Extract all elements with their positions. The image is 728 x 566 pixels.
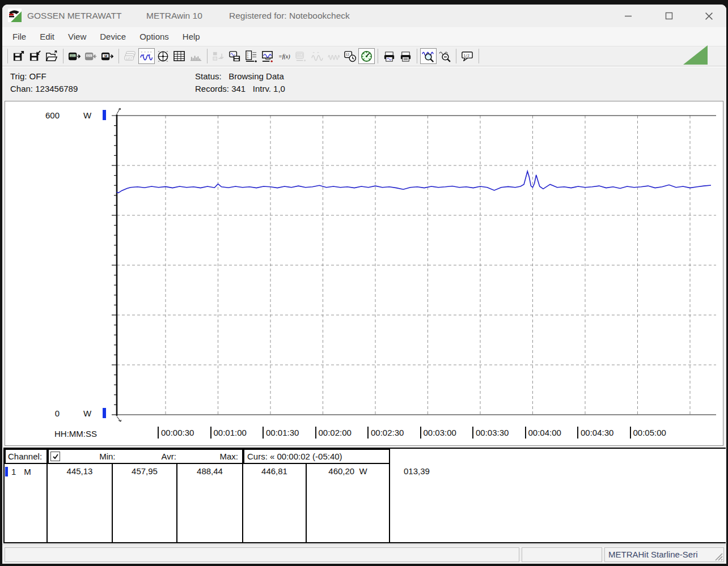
minimize-button[interactable] (618, 7, 638, 24)
toolbar-device-config-button: 321 (293, 48, 309, 64)
toolbar-view-meter-button[interactable] (155, 48, 171, 64)
channel1-visibility-checkbox[interactable] (50, 452, 60, 461)
toolbar: 321321M12571:2:3:=f(x)321121/2 (2, 46, 726, 66)
statusbar-panel-main (5, 547, 519, 562)
channel-number: 1 (11, 467, 16, 476)
svg-text:=f(x): =f(x) (278, 53, 290, 60)
min-value-cell: 445,13 (48, 464, 113, 543)
toolbar-multi-display-button: 1257 (122, 48, 138, 64)
view-table-icon (173, 50, 186, 63)
channel1-range-marker-top[interactable] (103, 110, 106, 120)
toolbar-time-interval-button[interactable]: 12 (342, 48, 358, 64)
close-icon (705, 12, 713, 20)
x-tick-00:00:30: 00:00:30 (158, 427, 194, 439)
trigger-status: Trig: OFF (10, 71, 46, 81)
svg-text:321: 321 (87, 54, 92, 57)
x-tick-mark (315, 427, 316, 439)
y-axis-min-unit: W (83, 408, 91, 418)
wave-single-icon (311, 50, 324, 63)
title-bar[interactable]: GOSSEN METRAWATT METRAwin 10 Registered … (2, 5, 726, 27)
svg-text:M: M (104, 53, 107, 57)
app-logo-icon (8, 8, 22, 22)
toolbar-print-button[interactable] (397, 48, 414, 64)
chart-panel[interactable]: 600 W 0 W HH:MM:SS 00:00:3000:01:0000:01… (5, 101, 723, 446)
title-brand: GOSSEN METRAWATT (27, 5, 121, 27)
toolbar-separator (118, 49, 119, 63)
toolbar-channel-setup-button[interactable]: 1:2:3: (243, 48, 260, 64)
toolbar-view-table-button[interactable] (171, 48, 188, 64)
toolbar-save-export-button[interactable] (11, 48, 27, 64)
annotations-icon: 1/2 (461, 50, 474, 63)
toolbar-view-histogram-button (188, 48, 204, 64)
svg-text:321: 321 (70, 54, 75, 57)
max-value-cell: 488,44 (177, 464, 243, 543)
close-button[interactable] (699, 7, 719, 24)
menu-bar: FileEditViewDeviceOptionsHelp (2, 27, 726, 46)
cursor1-value-cell: 446,81 (243, 464, 307, 543)
records-interval-status: Records: 341 Intrv. 1,0 (195, 84, 285, 93)
menu-item-file[interactable]: File (6, 27, 33, 46)
toolbar-separator (456, 49, 456, 63)
maximize-button[interactable] (659, 7, 679, 24)
view-histogram-icon (189, 50, 202, 63)
toolbar-formula-fx-button[interactable]: =f(x) (276, 48, 293, 64)
connected-device-name: METRAHit Starline-Seri (605, 548, 723, 561)
x-tick-mark (367, 427, 369, 439)
avr-header: Avr: (120, 450, 180, 463)
toolbar-view-curve-button[interactable] (138, 48, 155, 64)
title-app-name: METRAwin 10 (146, 5, 202, 27)
channel-list-status: Chan: 123456789 (10, 84, 78, 93)
x-tick-mark (630, 427, 631, 439)
x-tick-00:02:00: 00:02:00 (315, 427, 352, 439)
green-corner-triangle (683, 45, 708, 65)
x-tick-00:05:00: 00:05:00 (630, 427, 666, 439)
statusbar-device-panel: METRAHit Starline-Seri (604, 547, 724, 562)
min-header: Min: (60, 450, 120, 463)
maximize-icon (665, 12, 673, 20)
x-tick-mark (577, 427, 578, 439)
resize-grip-icon[interactable] (714, 552, 723, 561)
toolbar-device-memory-button[interactable]: M (99, 48, 116, 64)
export-data-icon (212, 50, 225, 63)
channel-id-cell[interactable]: 1 M (5, 464, 48, 543)
toolbar-annotations-button[interactable]: 1/2 (459, 48, 476, 64)
zoom-curve-icon (422, 50, 435, 63)
toolbar-gauge-live-button[interactable] (358, 48, 375, 64)
toolbar-zoom-out-curve-button[interactable] (437, 48, 453, 64)
x-tick-mark (263, 427, 264, 439)
checkmark-icon (52, 453, 59, 460)
toolbar-zoom-curve-button[interactable] (420, 48, 437, 64)
channel1-range-marker-bottom[interactable] (103, 408, 106, 418)
app-window: GOSSEN METRAWATT METRAwin 10 Registered … (2, 5, 726, 564)
toolbar-monitor-live-button[interactable] (260, 48, 276, 64)
menu-item-options[interactable]: Options (133, 27, 176, 46)
toolbar-open-file-button[interactable] (44, 48, 60, 64)
max-header: Max: (180, 450, 242, 463)
view-curve-icon (140, 50, 153, 63)
toolbar-device-read-button[interactable]: 321 (66, 48, 83, 64)
svg-text:12: 12 (346, 53, 349, 56)
toolbar-separator (417, 49, 417, 63)
open-file-icon (45, 50, 58, 63)
power-line-chart[interactable] (108, 104, 717, 426)
x-tick-00:01:30: 00:01:30 (263, 427, 299, 439)
title-registered-text: Registered for: Notebookcheck (229, 5, 350, 27)
toolbar-save-import-button[interactable] (27, 48, 44, 64)
menu-item-edit[interactable]: Edit (33, 27, 61, 46)
gauge-live-icon (360, 50, 373, 63)
toolbar-print-preview-button[interactable] (381, 48, 397, 64)
save-export-icon (12, 50, 26, 63)
channel1-color-marker (5, 467, 8, 476)
toolbar-wave-multi-button (325, 48, 342, 64)
toolbar-device-store-button[interactable] (227, 48, 243, 64)
menu-item-device[interactable]: Device (93, 27, 133, 46)
browsing-status: Status: Browsing Data (195, 71, 284, 81)
menu-item-view[interactable]: View (61, 27, 93, 46)
x-tick-00:01:00: 00:01:00 (210, 427, 247, 439)
cursor2-value: 460,20 (328, 466, 354, 476)
time-interval-icon: 12 (344, 50, 357, 63)
cursor-delta-cell: 013,39 (390, 464, 726, 543)
menu-item-help[interactable]: Help (176, 27, 207, 46)
toolbar-export-data-button (210, 48, 227, 64)
zoom-out-curve-icon (438, 50, 451, 63)
